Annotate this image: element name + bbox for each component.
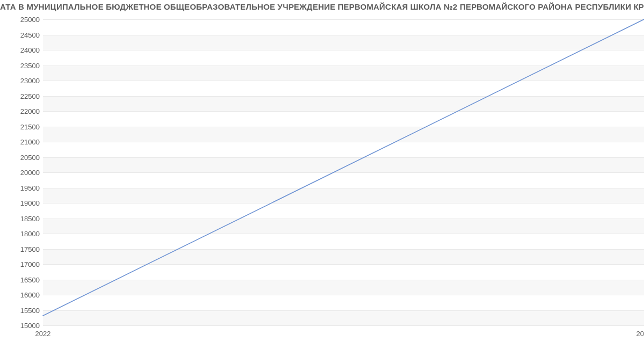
y-tick-label: 16000 <box>20 291 40 299</box>
y-tick-label: 18500 <box>20 214 40 222</box>
y-tick-label: 20500 <box>20 153 40 161</box>
y-tick-label: 15500 <box>20 306 40 314</box>
y-tick-label: 23000 <box>20 77 40 85</box>
series-line <box>43 19 644 316</box>
y-tick-label: 22500 <box>20 92 40 100</box>
y-tick-label: 22000 <box>20 107 40 115</box>
gridline <box>43 325 644 326</box>
chart-title: АТА В МУНИЦИПАЛЬНОЕ БЮДЖЕТНОЕ ОБЩЕОБРАЗО… <box>0 2 644 11</box>
plot-area <box>43 19 644 325</box>
y-tick-label: 15000 <box>20 322 40 330</box>
y-tick-label: 24000 <box>20 46 40 54</box>
y-tick-label: 19000 <box>20 199 40 207</box>
y-tick-label: 25000 <box>20 16 40 24</box>
y-tick-label: 24500 <box>20 31 40 39</box>
chart-container: АТА В МУНИЦИПАЛЬНОЕ БЮДЖЕТНОЕ ОБЩЕОБРАЗО… <box>0 0 644 349</box>
line-layer <box>43 19 644 325</box>
y-tick-label: 23500 <box>20 61 40 69</box>
x-tick-label: 2024 <box>636 330 644 338</box>
y-tick-label: 17500 <box>20 245 40 253</box>
y-tick-label: 21000 <box>20 138 40 146</box>
y-tick-label: 18000 <box>20 230 40 238</box>
y-tick-label: 21500 <box>20 122 40 130</box>
y-tick-label: 19500 <box>20 184 40 192</box>
y-tick-label: 17000 <box>20 260 40 268</box>
x-tick-label: 2022 <box>35 330 51 338</box>
y-tick-label: 16500 <box>20 275 40 283</box>
y-tick-label: 20000 <box>20 169 40 177</box>
